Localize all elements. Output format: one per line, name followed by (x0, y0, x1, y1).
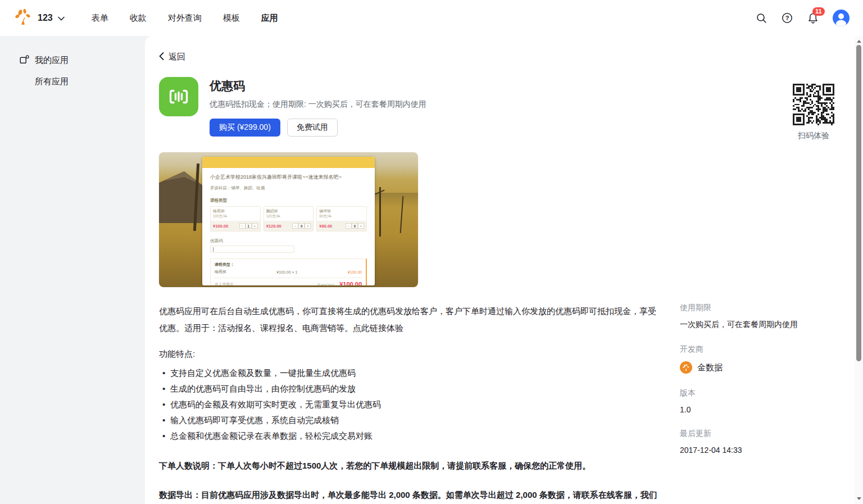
usage-period-label: 使用期限 (680, 303, 838, 313)
last-updated-value: 2017-12-04 14:33 (680, 446, 838, 455)
sidebar-item-my-apps[interactable]: 我的应用 (16, 49, 145, 71)
last-updated-label: 最后更新 (680, 429, 838, 439)
feature-item: 支持自定义优惠金额及数量，一键批量生成优惠码 (159, 365, 663, 381)
order-summary: 课程类型： 绘画班 ¥100.00 × 1 ¥100.00 共 1 件商品 实付… (210, 258, 367, 285)
app-detail-panel: 返回 优惠码 (145, 36, 863, 504)
form-title: 小企艺术学校2018寒假兴趣班即将开课啦~~速速来报名吧~ (210, 174, 367, 181)
chevron-left-icon (159, 52, 164, 62)
app-subtitle: 优惠码抵扣现金；使用期限: 一次购买后，可在套餐周期内使用 (210, 99, 426, 110)
buy-button[interactable]: 购买 (¥299.00) (210, 119, 280, 137)
app-description: 优惠码应用可在后台自动生成优惠码，你可直接将生成的优惠码发放给客户，客户下单时通… (159, 303, 663, 504)
quantity-stepper: −0+ (346, 223, 364, 229)
help-icon[interactable]: ? (781, 12, 793, 24)
course-card: 绘画班 100元/年 ¥100.00 −1+ (210, 206, 261, 231)
notifications-bell-icon[interactable]: 11 (807, 12, 819, 24)
feature-item: 生成的优惠码可自由导出，由你控制优惠码的发放 (159, 381, 663, 397)
scrollbar-thumb[interactable] (856, 45, 861, 361)
workspace-switcher[interactable]: 123 (13, 7, 65, 29)
scroll-up-arrow[interactable] (855, 37, 863, 46)
qr-caption: 扫码体验 (789, 131, 838, 141)
app-title: 优惠码 (210, 78, 426, 94)
user-avatar[interactable] (833, 10, 850, 26)
description-intro: 优惠码应用可在后台自动生成优惠码，你可直接将生成的优惠码发放给客户，客户下单时通… (159, 306, 656, 333)
data-export-note: 数据导出：目前优惠码应用涉及数据导出时，单次最多能导出 2,000 条数据。如需… (159, 487, 663, 504)
usage-period-value: 一次购买后，可在套餐周期内使用 (680, 320, 838, 330)
quantity-stepper: −0+ (292, 223, 311, 229)
form-header-band (202, 157, 375, 168)
developer-logo-icon (680, 361, 692, 374)
nav-item-apps[interactable]: 应用 (260, 10, 279, 27)
features-title: 功能特点: (159, 349, 663, 360)
nav-item-payments[interactable]: 收款 (129, 10, 148, 27)
nav-item-templates[interactable]: 模板 (222, 10, 241, 27)
coupon-input (210, 246, 294, 253)
feature-item: 总金额和优惠金额记录在表单数据，轻松完成交易对账 (159, 428, 663, 444)
developer-name: 金数据 (697, 362, 723, 373)
vertical-scrollbar[interactable] (855, 36, 863, 504)
order-limit-note: 下单人数说明：下单人次每小时不超过1500人次，若您的下单规模超出限制，请提前联… (159, 457, 663, 474)
svg-text:?: ? (785, 15, 789, 21)
chevron-down-icon (58, 13, 65, 23)
main-nav: 表单 收款 对外查询 模板 应用 (90, 10, 279, 27)
form-card: 小企艺术学校2018寒假兴趣班即将开课啦~~速速来报名吧~ 开设科目：钢琴、舞蹈… (202, 157, 375, 285)
coupon-app-icon (159, 77, 198, 116)
top-navbar: 123 表单 收款 对外查询 模板 应用 ? 11 (0, 0, 863, 36)
apps-grid-icon (19, 55, 29, 66)
sidebar-item-label: 我的应用 (35, 55, 69, 66)
search-icon[interactable] (755, 12, 767, 24)
app-header: 优惠码 优惠码抵扣现金；使用期限: 一次购买后，可在套餐周期内使用 购买 (¥2… (159, 77, 663, 137)
quantity-stepper: −1+ (239, 223, 258, 229)
scroll-down-arrow[interactable] (855, 494, 863, 503)
left-sidebar: 我的应用 所有应用 (0, 36, 145, 504)
free-trial-button[interactable]: 免费试用 (287, 119, 338, 137)
features-list: 支持自定义优惠金额及数量，一键批量生成优惠码 生成的优惠码可自由导出，由你控制优… (159, 365, 663, 444)
nav-item-queries[interactable]: 对外查询 (167, 10, 203, 27)
course-card: 舞蹈班 120元/年 ¥120.00 −0+ (264, 206, 314, 231)
back-label: 返回 (169, 52, 185, 62)
back-button[interactable]: 返回 (159, 52, 198, 62)
experience-link[interactable]: 点此链接体验 (353, 323, 403, 333)
app-info-panel: 使用期限 一次购买后，可在套餐周期内使用 开发商 (680, 303, 838, 469)
developer-label: 开发商 (680, 344, 838, 355)
course-card: 钢琴班 80元/年 ¥80.00 −0+ (316, 206, 367, 231)
app-screenshot: 小企艺术学校2018寒假兴趣班即将开课啦~~速速来报名吧~ 开设科目：钢琴、舞蹈… (159, 152, 418, 287)
feature-item: 输入优惠码即可享受优惠，系统自动完成核销 (159, 412, 663, 428)
coupon-field-label: 优惠码 (210, 238, 367, 244)
sidebar-item-all-apps[interactable]: 所有应用 (16, 71, 145, 92)
brand-logo-icon (13, 7, 33, 29)
form-section-label: 课程类型 (210, 198, 367, 203)
sidebar-item-label: 所有应用 (35, 76, 69, 87)
version-label: 版本 (680, 388, 838, 398)
version-value: 1.0 (680, 405, 838, 414)
notification-badge: 11 (812, 7, 825, 16)
nav-item-forms[interactable]: 表单 (90, 10, 110, 27)
qr-block: 扫码体验 (789, 84, 838, 141)
feature-item: 优惠码的金额及有效期可实时更改，无需重复导出优惠码 (159, 397, 663, 412)
qr-code (793, 84, 834, 125)
workspace-name: 123 (38, 13, 53, 23)
form-subjects: 开设科目：钢琴、舞蹈、绘画 (210, 185, 367, 191)
